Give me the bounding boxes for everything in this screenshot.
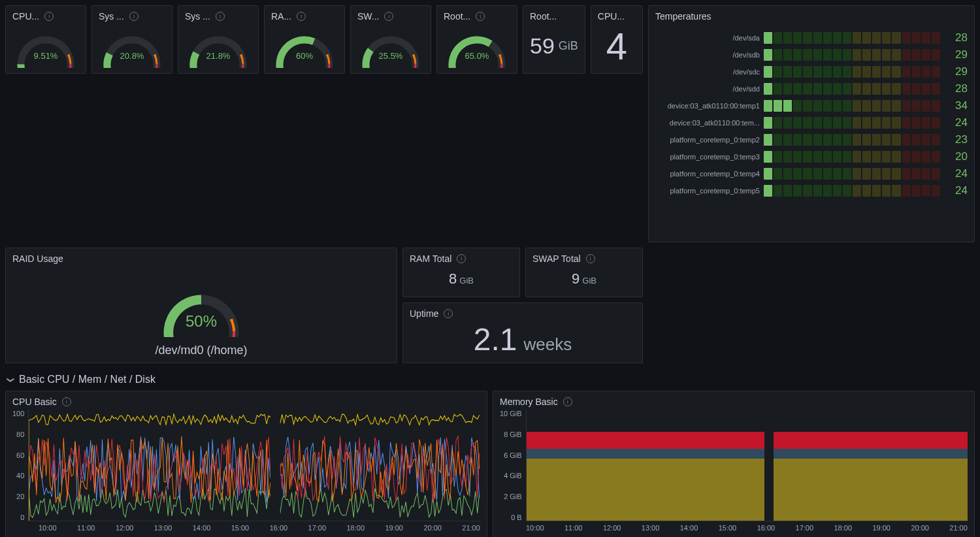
chevron-down-icon: ❯ <box>7 377 15 383</box>
gauge-panel-0[interactable]: CPU...i 9.51% <box>5 5 86 74</box>
section-toggle-basic[interactable]: ❯ Basic CPU / Mem / Net / Disk <box>0 368 980 391</box>
info-icon[interactable]: i <box>563 397 572 406</box>
info-icon[interactable]: i <box>297 12 306 21</box>
temp-row: /dev/sdd28 <box>655 80 968 97</box>
cpu-basic-panel[interactable]: CPU Basici 100806040200 10:0011:0012:001… <box>5 391 487 537</box>
raid-gauge: 50% <box>158 285 244 337</box>
memory-basic-panel[interactable]: Memory Basici 10 GiB8 GiB6 GiB4 GiB2 GiB… <box>493 391 975 537</box>
raid-usage-panel[interactable]: RAID Usage 50% /dev/md0 (/home) <box>5 248 397 363</box>
temp-row: /dev/sdb29 <box>655 46 968 63</box>
x-axis: 10:0011:0012:0013:0014:0015:0016:0017:00… <box>12 521 480 534</box>
top-row: CPU...i 9.51% Sys ...i 20.8% Sys ...i 21… <box>0 0 980 248</box>
cpu-plot[interactable] <box>28 410 480 521</box>
temp-row: /dev/sdc29 <box>655 63 968 80</box>
gauge: 9.51% <box>12 29 79 68</box>
raid-label: /dev/md0 (/home) <box>12 344 390 357</box>
root-free-value: 59 <box>530 33 555 59</box>
y-axis: 10 GiB8 GiB6 GiB4 GiB2 GiB0 B <box>500 410 526 521</box>
info-icon[interactable]: i <box>384 12 393 21</box>
x-axis: 10:0011:0012:0013:0014:0015:0016:0017:00… <box>500 521 968 534</box>
gauge-panel-4[interactable]: SW...i 25.5% <box>350 5 431 74</box>
panel-title: CPU... <box>12 11 39 22</box>
gauge-panel-2[interactable]: Sys ...i 21.8% <box>178 5 259 74</box>
mem-plot[interactable] <box>526 410 968 521</box>
info-icon[interactable]: i <box>457 254 466 263</box>
svg-rect-0 <box>270 410 280 521</box>
info-icon[interactable]: i <box>444 309 453 318</box>
swap-total-panel[interactable]: SWAP Totali 9GiB <box>525 248 643 297</box>
temperatures-panel[interactable]: Temperatures /dev/sda28/dev/sdb29/dev/sd… <box>648 5 975 242</box>
mem-legend: RAM TotalRAM UsedRAM Cache + BufferRAM F… <box>500 534 968 537</box>
temp-row: device:03_atk0110:00:temp134 <box>655 97 968 114</box>
temp-row: /dev/sda28 <box>655 29 968 46</box>
temp-row: platform_coretemp_0:temp320 <box>655 148 968 165</box>
temp-row: platform_coretemp_0:temp524 <box>655 182 968 199</box>
cpu-legend: Busy SystemBusy UserBusy IowaitBusy IRQs… <box>12 534 480 537</box>
gauge-panel-1[interactable]: Sys ...i 20.8% <box>91 5 172 74</box>
temperature-list: /dev/sda28/dev/sdb29/dev/sdc29/dev/sdd28… <box>655 24 968 199</box>
cpu-cores-value: 4 <box>606 24 627 68</box>
cpu-cores-panel[interactable]: CPU... 4 <box>591 5 643 74</box>
y-axis: 100806040200 <box>12 410 28 521</box>
temp-row: platform_coretemp_0:temp424 <box>655 165 968 182</box>
uptime-value: 2.1 <box>474 321 517 357</box>
info-icon[interactable]: i <box>44 12 54 21</box>
info-icon[interactable]: i <box>62 397 71 406</box>
info-icon[interactable]: i <box>129 12 139 21</box>
gauge-panel-3[interactable]: RA...i 60% <box>264 5 345 74</box>
info-icon[interactable]: i <box>586 254 595 263</box>
temp-row: device:03_atk0110:00:tem...24 <box>655 114 968 131</box>
info-icon[interactable]: i <box>216 12 225 21</box>
info-icon[interactable]: i <box>476 12 485 21</box>
ram-total-panel[interactable]: RAM Totali 8GiB <box>402 248 520 297</box>
gauge-panel-5[interactable]: Root...i 65.0% <box>436 5 517 74</box>
uptime-panel[interactable]: Uptimei 2.1weeks <box>402 302 643 363</box>
temp-row: platform_coretemp_0:temp223 <box>655 131 968 148</box>
root-free-panel[interactable]: Root... 59GiB <box>523 5 585 74</box>
